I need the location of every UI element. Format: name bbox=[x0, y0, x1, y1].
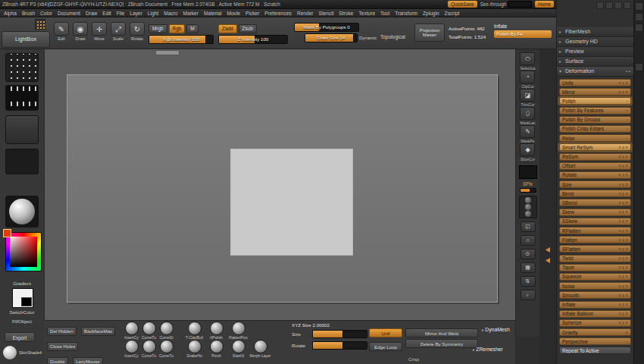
spix-label[interactable]: SPix bbox=[523, 181, 533, 187]
divider-icon[interactable] bbox=[635, 2, 643, 11]
axis-toggle[interactable]: x y z bbox=[619, 247, 628, 251]
shelf-tool-icon[interactable]: ⬯ bbox=[520, 107, 535, 120]
menu-item[interactable]: Light bbox=[148, 11, 158, 16]
frame-icon[interactable]: ▦ bbox=[521, 262, 536, 273]
double-button[interactable]: Double bbox=[47, 357, 68, 364]
brush-slot[interactable]: T-ClayBuil bbox=[183, 322, 205, 340]
menu-item[interactable]: Stroke bbox=[339, 11, 353, 16]
brush-slot[interactable]: InsertCy bbox=[123, 340, 140, 358]
zsub-button[interactable]: Zsub bbox=[239, 24, 257, 33]
tray-divider-handle[interactable] bbox=[155, 50, 180, 55]
brush-slot[interactable]: CurveSt bbox=[158, 322, 175, 340]
deformation-button[interactable]: Unify x y z bbox=[559, 79, 631, 86]
plane3d-object[interactable] bbox=[230, 149, 353, 256]
brush-thumbnail-icon[interactable] bbox=[188, 340, 202, 353]
shelf-tool-button[interactable]: ◆ SliceCur bbox=[520, 143, 535, 162]
deformation-button[interactable]: Polish By Features ▫ bbox=[559, 107, 631, 115]
lightbox-button[interactable]: LightBox bbox=[2, 31, 50, 48]
deformation-button[interactable]: Rotate x y z bbox=[559, 171, 631, 179]
axis-toggle[interactable]: x y z bbox=[619, 81, 628, 85]
deformation-header[interactable]: Deformation ▪ ▪ bbox=[557, 67, 633, 77]
brush-slot[interactable]: SnakeHo bbox=[183, 340, 205, 358]
deformation-button[interactable]: SSkew x y z bbox=[559, 218, 631, 225]
switch-color-button[interactable]: SwitchColor bbox=[0, 309, 44, 315]
deformation-button[interactable]: ReSym x y z bbox=[559, 153, 631, 161]
floor-icon[interactable]: ⌂ bbox=[521, 235, 536, 246]
menu-item[interactable]: File bbox=[117, 11, 125, 16]
document-area[interactable] bbox=[67, 74, 498, 303]
brush-thumbnail-icon[interactable] bbox=[188, 322, 202, 335]
brush-slot[interactable]: CurveTu bbox=[140, 322, 158, 340]
mrgb-button[interactable]: Mrgb bbox=[148, 24, 167, 33]
current-alpha-thumbnail[interactable] bbox=[5, 115, 39, 144]
fill-object-button[interactable]: FillObject bbox=[0, 318, 44, 324]
tool-button[interactable]: ◉ Draw bbox=[72, 22, 89, 41]
rgb-intensity-slider[interactable]: Rgb Intensity 100 bbox=[148, 35, 214, 44]
color-picker-inner[interactable] bbox=[10, 237, 37, 267]
local-sym-icon[interactable]: ⊙ bbox=[521, 249, 536, 259]
dynamesh-header[interactable]: DynaMesh bbox=[482, 327, 510, 332]
axis-toggle[interactable]: x y z bbox=[619, 303, 628, 306]
deformation-button[interactable]: Smooth x y z bbox=[559, 291, 631, 299]
tool-button[interactable]: ⤢ Scale bbox=[110, 22, 127, 41]
crisp-toggle[interactable]: Crisp bbox=[408, 357, 419, 362]
shelf-tool-button[interactable]: ◔ ClipCur bbox=[520, 71, 535, 89]
current-stroke-thumbnail[interactable] bbox=[5, 85, 39, 111]
move-icon[interactable] bbox=[525, 197, 531, 203]
axis-toggle[interactable]: x y z bbox=[619, 265, 628, 269]
scale-icon[interactable] bbox=[525, 204, 531, 210]
brush-thumbnail-icon[interactable] bbox=[125, 340, 139, 353]
topological-toggle[interactable]: Topological bbox=[380, 34, 405, 39]
axis-toggle[interactable]: x y z bbox=[619, 256, 628, 260]
axis-toggle[interactable]: x y z bbox=[619, 219, 628, 223]
right-tray-divider[interactable] bbox=[539, 49, 556, 364]
axis-toggle[interactable]: x y z bbox=[619, 192, 628, 196]
quicksave-button[interactable]: QuickSave bbox=[448, 1, 477, 8]
del-hidden-button[interactable]: Del Hidden bbox=[47, 327, 77, 336]
deformation-button[interactable]: Mirror x y z bbox=[559, 88, 631, 96]
deformation-button[interactable]: Polish ▫ bbox=[559, 97, 631, 105]
deformation-button[interactable]: Perspective ▫ bbox=[559, 337, 631, 345]
axis-toggle[interactable]: x y z bbox=[619, 155, 628, 158]
see-through-slider[interactable] bbox=[508, 1, 532, 8]
deformation-button[interactable]: Polish Crisp Edges ▫ bbox=[559, 125, 631, 133]
deformation-button[interactable]: Smart ReSym x y z bbox=[559, 143, 631, 151]
deformation-button[interactable]: Polish By Groups ▫ bbox=[559, 116, 631, 124]
current-color-swatch[interactable] bbox=[3, 229, 11, 237]
axis-toggle[interactable]: x y z bbox=[619, 321, 628, 325]
menu-item[interactable]: Tool bbox=[380, 11, 389, 16]
axis-toggle[interactable]: y bbox=[626, 331, 628, 334]
gradient-toggle[interactable]: Gradient bbox=[0, 281, 44, 286]
deformation-button[interactable]: Bend x y z bbox=[559, 190, 631, 197]
deformation-button[interactable]: RFlatten x y z bbox=[559, 227, 631, 234]
viewport-canvas[interactable] bbox=[44, 49, 515, 320]
menu-item[interactable]: Document bbox=[58, 11, 80, 16]
menu-item[interactable]: Movie bbox=[227, 11, 240, 16]
edge-loop-button[interactable]: Edge Loop bbox=[369, 342, 402, 351]
menu-item[interactable]: Texture bbox=[358, 11, 375, 16]
subpalette-header[interactable]: FiberMesh bbox=[557, 27, 633, 37]
panel-icon[interactable] bbox=[614, 2, 622, 9]
spix-slider[interactable] bbox=[520, 188, 536, 193]
zoom-icon[interactable]: ⌕ bbox=[521, 290, 536, 300]
menu-item[interactable]: Picker bbox=[245, 11, 259, 16]
deformation-button[interactable]: Inflate x y z bbox=[559, 301, 631, 309]
brush-thumbnail-icon[interactable] bbox=[210, 340, 224, 353]
shelf-tool-icon[interactable]: ◆ bbox=[520, 143, 535, 156]
brush-thumbnail-icon[interactable] bbox=[210, 322, 224, 335]
brush-slot[interactable]: Morph Layer bbox=[249, 340, 271, 358]
brush-thumbnail-icon[interactable] bbox=[125, 322, 139, 335]
brush-slot[interactable]: CurveTu bbox=[140, 340, 158, 358]
menu-item[interactable]: Stencil bbox=[319, 11, 334, 16]
current-material-thumbnail[interactable] bbox=[5, 196, 39, 228]
shelf-tool-icon[interactable]: ✎ bbox=[520, 125, 535, 138]
mirror-and-weld-button[interactable]: Mirror And Weld bbox=[405, 328, 478, 337]
divider-icon[interactable] bbox=[635, 13, 643, 21]
tool-icon[interactable]: ↻ bbox=[130, 22, 145, 36]
axis-toggle[interactable]: x y z bbox=[619, 238, 628, 242]
deformation-button[interactable]: Size x y z bbox=[559, 180, 631, 188]
deformation-button[interactable]: Squeeze x y z bbox=[559, 273, 631, 281]
brush-slot[interactable]: hPolish bbox=[205, 322, 227, 340]
axis-toggle[interactable]: ▫ bbox=[627, 340, 628, 344]
size-slider[interactable] bbox=[312, 330, 367, 338]
